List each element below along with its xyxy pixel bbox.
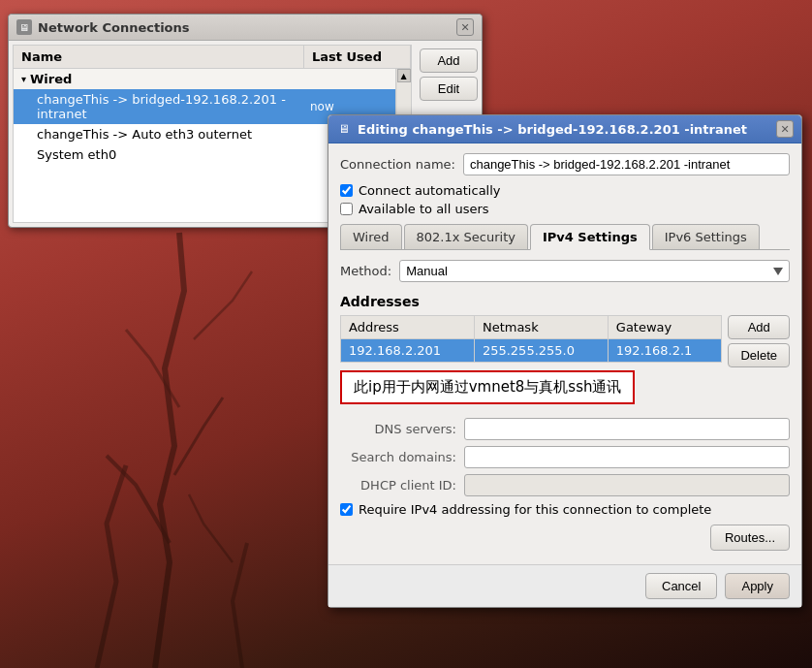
method-row: Method: Manual bbox=[340, 260, 790, 282]
search-input[interactable] bbox=[464, 446, 790, 468]
addr-delete-button[interactable]: Delete bbox=[728, 343, 790, 367]
dns-label: DNS servers: bbox=[340, 422, 456, 436]
available-users-label: Available to all users bbox=[359, 202, 489, 216]
connect-auto-checkbox[interactable] bbox=[340, 184, 353, 197]
nc-action-buttons: Add Edit bbox=[412, 45, 478, 105]
routes-container: Routes... bbox=[340, 525, 790, 551]
method-label: Method: bbox=[340, 264, 391, 278]
addr-table: Address Netmask Gateway 192.168.2.201 25… bbox=[340, 315, 722, 363]
edit-checkboxes: Connect automatically Available to all u… bbox=[340, 183, 790, 216]
edit-icon: 🖥 bbox=[336, 121, 352, 137]
nc-table-header: Name Last Used bbox=[13, 45, 412, 68]
require-checkbox[interactable] bbox=[340, 503, 353, 516]
dhcp-input bbox=[464, 474, 790, 496]
addr-row-0[interactable]: 192.168.2.201 255.255.255.0 192.168.2.1 bbox=[341, 339, 722, 363]
addr-with-buttons: Address Netmask Gateway 192.168.2.201 25… bbox=[340, 315, 790, 408]
tab-wired[interactable]: Wired bbox=[340, 224, 402, 249]
edit-footer-right: Cancel Apply bbox=[645, 573, 790, 599]
require-row: Require IPv4 addressing for this connect… bbox=[340, 502, 790, 517]
connection-name-input[interactable] bbox=[463, 153, 790, 175]
edit-title: Editing changeThis -> bridged-192.168.2.… bbox=[358, 122, 747, 137]
nc-edit-button[interactable]: Edit bbox=[420, 77, 478, 101]
dns-row: DNS servers: bbox=[340, 418, 790, 440]
addr-cell-netmask-0: 255.255.255.0 bbox=[474, 339, 608, 363]
addr-cell-address-0: 192.168.2.201 bbox=[341, 339, 475, 363]
apply-button[interactable]: Apply bbox=[725, 573, 790, 599]
edit-window: 🖥 Editing changeThis -> bridged-192.168.… bbox=[328, 114, 802, 608]
available-users-checkbox[interactable] bbox=[340, 203, 353, 215]
nc-item-name-1: changeThis -> Auto eth3 outernet bbox=[37, 127, 310, 142]
tab-8021x[interactable]: 802.1x Security bbox=[404, 224, 528, 249]
connect-auto-label: Connect automatically bbox=[359, 183, 501, 198]
tab-ipv6[interactable]: IPv6 Settings bbox=[652, 224, 760, 249]
scrollbar-up-icon[interactable]: ▲ bbox=[397, 69, 411, 82]
edit-titlebar-left: 🖥 Editing changeThis -> bridged-192.168.… bbox=[336, 121, 747, 137]
connect-auto-row: Connect automatically bbox=[340, 183, 790, 198]
edit-fields: DNS servers: Search domains: DHCP client… bbox=[340, 418, 790, 496]
edit-body: Connection name: Connect automatically A… bbox=[328, 143, 801, 564]
nc-group-wired[interactable]: ▾ Wired bbox=[14, 69, 395, 89]
addresses-section: Addresses Address Netmask Gateway bbox=[340, 294, 790, 408]
cancel-button[interactable]: Cancel bbox=[645, 573, 717, 599]
available-users-row: Available to all users bbox=[340, 202, 790, 216]
edit-footer: Cancel Apply bbox=[328, 564, 801, 607]
edit-tabs: Wired 802.1x Security IPv4 Settings IPv6… bbox=[340, 224, 790, 250]
connection-name-row: Connection name: bbox=[340, 153, 790, 175]
addr-cell-gateway-0: 192.168.2.1 bbox=[608, 339, 722, 363]
addr-col-gateway: Gateway bbox=[608, 316, 722, 339]
addr-col-address: Address bbox=[341, 316, 475, 339]
nc-group-label: Wired bbox=[30, 72, 72, 86]
addr-action-buttons: Add Delete bbox=[728, 315, 790, 367]
dhcp-row: DHCP client ID: bbox=[340, 474, 790, 496]
annotation-container: 此ip用于内网通过vmnet8与真机ssh通讯 bbox=[340, 363, 722, 408]
nc-item-lastused-0: now bbox=[310, 100, 388, 113]
require-label: Require IPv4 addressing for this connect… bbox=[359, 502, 711, 517]
method-select[interactable]: Manual bbox=[399, 260, 790, 282]
search-row: Search domains: bbox=[340, 446, 790, 468]
tab-ipv4[interactable]: IPv4 Settings bbox=[530, 224, 650, 250]
nc-header-name: Name bbox=[14, 46, 304, 68]
nc-title: Network Connections bbox=[38, 20, 190, 35]
edit-titlebar: 🖥 Editing changeThis -> bridged-192.168.… bbox=[328, 115, 801, 143]
nc-titlebar: 🖥 Network Connections ✕ bbox=[9, 15, 482, 41]
nc-add-button[interactable]: Add bbox=[420, 48, 478, 73]
edit-close-button[interactable]: ✕ bbox=[776, 120, 794, 138]
network-icon: 🖥 bbox=[16, 19, 32, 35]
dhcp-label: DHCP client ID: bbox=[340, 478, 456, 493]
routes-button[interactable]: Routes... bbox=[710, 525, 790, 551]
nc-item-name-2: System eth0 bbox=[37, 147, 310, 162]
addr-col-netmask: Netmask bbox=[474, 316, 608, 339]
search-label: Search domains: bbox=[340, 450, 456, 464]
addresses-title: Addresses bbox=[340, 294, 790, 309]
nc-titlebar-left: 🖥 Network Connections bbox=[16, 19, 190, 35]
dns-input[interactable] bbox=[464, 418, 790, 440]
annotation-text: 此ip用于内网通过vmnet8与真机ssh通讯 bbox=[340, 370, 635, 404]
group-arrow-icon: ▾ bbox=[21, 74, 26, 84]
nc-item-name-0: changeThis -> bridged-192.168.2.201 -int… bbox=[37, 92, 310, 121]
connection-name-label: Connection name: bbox=[340, 157, 455, 172]
nc-close-button[interactable]: ✕ bbox=[456, 18, 474, 36]
nc-header-lastused: Last Used bbox=[304, 46, 411, 68]
addr-add-button[interactable]: Add bbox=[728, 315, 790, 339]
addr-table-wrap: Address Netmask Gateway 192.168.2.201 25… bbox=[340, 315, 722, 408]
